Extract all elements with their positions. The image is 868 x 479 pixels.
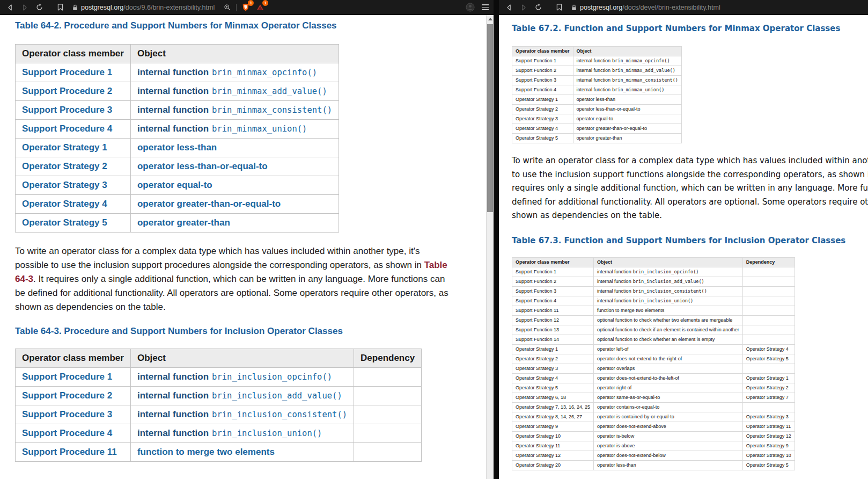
scrollbar-up-button[interactable] bbox=[487, 15, 494, 23]
operator-class-member-cell: Support Procedure 1 bbox=[16, 368, 131, 387]
object-text: operator does-not-extend-to-the-left-of bbox=[597, 375, 679, 381]
table-row: Operator Strategy 4 operator greater-tha… bbox=[16, 195, 339, 214]
operator-class-member-cell: Support Procedure 11 bbox=[16, 443, 131, 462]
object-text: optional function to check if an element… bbox=[597, 327, 739, 332]
profile-avatar-icon bbox=[466, 3, 475, 12]
dependency-cell bbox=[742, 364, 795, 373]
address-bar[interactable]: postgresql.org/docs/9.6/brin-extensibili… bbox=[69, 4, 218, 11]
object-cell: internal functionbrin_inclusion_add_valu… bbox=[594, 277, 743, 286]
object-cell: operator does-not-extend-to-the-right-of bbox=[594, 354, 743, 364]
table-row: Support Procedure 2 internal functionbri… bbox=[16, 82, 339, 101]
minmax-operator-classes-table: Operator class memberObject Support Proc… bbox=[15, 44, 339, 233]
url-domain: postgresql.org bbox=[580, 4, 622, 11]
forward-icon bbox=[520, 4, 527, 11]
bookmark-button[interactable] bbox=[55, 2, 65, 13]
operator-class-member-cell: Operator Strategy 2 bbox=[16, 157, 131, 176]
bookmark-button[interactable] bbox=[554, 2, 564, 13]
forward-button[interactable] bbox=[518, 2, 529, 13]
page-zoom-button[interactable] bbox=[222, 2, 232, 13]
table-row: Operator Strategy 6, 18 operator same-as… bbox=[512, 393, 795, 402]
object-cell: operator less-than bbox=[594, 460, 743, 470]
object-code: brin_inclusion_consistent() bbox=[212, 410, 347, 419]
triangle-extension-button[interactable]: 1 bbox=[255, 2, 266, 13]
left-page-content: Table 64-2. Procedure and Support Number… bbox=[0, 15, 486, 479]
dependency-cell: Operator Strategy 2 bbox=[742, 383, 795, 393]
desktop: postgresql.org/docs/9.6/brin-extensibili… bbox=[0, 0, 868, 479]
object-kind-label: internal function bbox=[137, 372, 209, 382]
object-cell: operator greater-than bbox=[573, 134, 681, 143]
object-kind-label: internal function bbox=[137, 409, 209, 419]
paragraph-text: To write an operator class for a complex… bbox=[512, 156, 868, 179]
operator-class-member-cell: Operator Strategy 7, 13, 16, 24, 25 bbox=[512, 402, 594, 412]
operator-class-member-cell: Support Function 11 bbox=[512, 306, 594, 315]
dependency-cell bbox=[742, 325, 795, 335]
back-button[interactable] bbox=[504, 2, 514, 13]
profile-button[interactable] bbox=[465, 2, 475, 13]
right-page-content: Table 67.2. Function and Support Numbers… bbox=[499, 15, 868, 479]
forward-icon bbox=[21, 4, 28, 11]
address-bar[interactable]: postgresql.org/docs/devel/brin-extensibi… bbox=[568, 4, 724, 11]
object-cell: operator less-than-or-equal-to bbox=[130, 157, 339, 176]
operator-class-member-cell: Support Function 4 bbox=[512, 85, 573, 95]
reload-button[interactable] bbox=[533, 2, 543, 13]
lock-icon bbox=[72, 4, 78, 11]
object-code: brin_minmax_add_value() bbox=[612, 68, 675, 73]
body-paragraph: To write an operator class for a complex… bbox=[512, 154, 868, 223]
operator-class-member-cell: Operator Strategy 20 bbox=[512, 460, 594, 470]
object-code: brin_minmax_consistent() bbox=[212, 105, 332, 115]
object-cell: function to merge two elements bbox=[130, 443, 354, 462]
operator-class-member-cell: Operator Strategy 5 bbox=[16, 214, 131, 233]
shield-extension-button[interactable]: 1 bbox=[240, 2, 251, 13]
object-cell: internal functionbrin_minmax_consistent(… bbox=[130, 101, 339, 120]
inclusion-operator-classes-table: Operator class memberObjectDependency Su… bbox=[512, 257, 795, 470]
object-text: operator equal-to bbox=[137, 180, 212, 190]
object-text: operator is-above bbox=[597, 443, 635, 448]
object-code: brin_minmax_union() bbox=[212, 124, 307, 134]
table-row: Support Procedure 2 internal functionbri… bbox=[16, 387, 422, 405]
table-row: Support Function 1 internal functionbrin… bbox=[512, 56, 682, 66]
operator-class-member-cell: Operator Strategy 1 bbox=[512, 95, 573, 105]
table-row: Operator Strategy 7, 13, 16, 24, 25 oper… bbox=[512, 402, 795, 412]
object-cell: operator is-below bbox=[594, 431, 743, 441]
scrollbar[interactable] bbox=[486, 15, 494, 479]
table-header-row: Operator class memberObjectDependency bbox=[16, 349, 422, 368]
dependency-cell: Operator Strategy 9 bbox=[742, 441, 795, 451]
back-button[interactable] bbox=[5, 2, 16, 13]
table-row: Support Function 3 internal functionbrin… bbox=[512, 286, 795, 296]
table-row: Operator Strategy 20 operator less-than … bbox=[512, 460, 795, 470]
zoom-magnifier-icon bbox=[224, 4, 231, 11]
operator-class-member-cell: Support Procedure 4 bbox=[16, 120, 131, 139]
forward-button[interactable] bbox=[19, 2, 30, 13]
shield-badge: 1 bbox=[248, 0, 254, 6]
extension-badge: 1 bbox=[262, 0, 268, 6]
operator-class-member-cell: Operator Strategy 6, 18 bbox=[512, 393, 594, 402]
table-row: Operator Strategy 5 operator right-of Op… bbox=[512, 383, 795, 393]
scrollbar-thumb[interactable] bbox=[487, 24, 493, 212]
operator-class-member-cell: Support Function 1 bbox=[512, 267, 594, 277]
table-row: Operator Strategy 1 operator left-of Ope… bbox=[512, 344, 795, 354]
table-row: Support Function 13 optional function to… bbox=[512, 325, 795, 335]
scroll-up-arrow-icon bbox=[488, 18, 492, 20]
object-cell: operator does-not-extend-above bbox=[594, 422, 743, 431]
dependency-cell bbox=[742, 277, 795, 286]
paragraph-text: To write an operator class for a complex… bbox=[15, 246, 424, 270]
table-row: Operator Strategy 9 operator does-not-ex… bbox=[512, 422, 795, 431]
dependency-cell bbox=[354, 443, 422, 462]
dependency-cell bbox=[742, 267, 795, 277]
reload-button[interactable] bbox=[34, 2, 45, 13]
object-kind-label: internal function bbox=[577, 68, 611, 73]
table-row: Support Procedure 3 internal functionbri… bbox=[16, 101, 339, 120]
dependency-cell: Operator Strategy 10 bbox=[742, 451, 795, 460]
toolbar-separator bbox=[236, 4, 237, 11]
object-kind-label: internal function bbox=[137, 86, 209, 96]
right-browser-window: postgresql.org/docs/devel/brin-extensibi… bbox=[499, 0, 868, 479]
menu-button[interactable] bbox=[482, 4, 489, 10]
object-code: brin_inclusion_add_value() bbox=[633, 279, 704, 284]
table-row: Support Function 4 internal functionbrin… bbox=[512, 85, 682, 95]
object-cell: operator is-above bbox=[594, 441, 743, 451]
object-text: operator greater-than bbox=[137, 217, 230, 228]
object-cell: optional function to check whether two e… bbox=[594, 315, 743, 325]
object-cell: internal functionbrin_inclusion_consiste… bbox=[594, 286, 743, 296]
object-cell: internal functionbrin_inclusion_union() bbox=[130, 424, 354, 443]
dependency-cell: Operator Strategy 12 bbox=[742, 431, 795, 441]
